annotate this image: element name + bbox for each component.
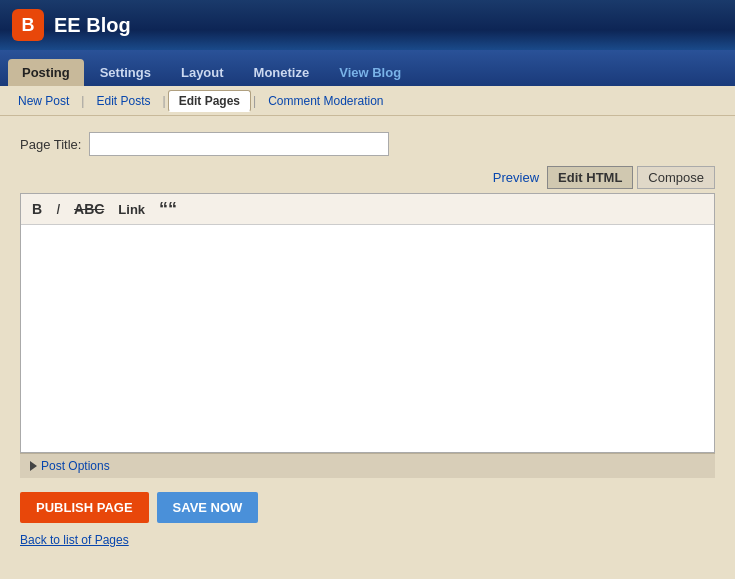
post-options-icon <box>30 461 37 471</box>
post-options-bar: Post Options <box>20 453 715 478</box>
tab-monetize[interactable]: Monetize <box>240 59 324 86</box>
link-button[interactable]: Link <box>115 201 148 218</box>
editor-body[interactable] <box>21 225 714 445</box>
compose-button[interactable]: Compose <box>637 166 715 189</box>
editor-container: B I ABC Link ““ <box>20 193 715 453</box>
bold-button[interactable]: B <box>29 200 45 218</box>
save-button[interactable]: SAVE NOW <box>157 492 259 523</box>
sub-nav-edit-pages[interactable]: Edit Pages <box>168 90 251 112</box>
sub-nav-sep-3: | <box>253 94 256 108</box>
header: B EE Blog <box>0 0 735 50</box>
sub-nav-edit-posts[interactable]: Edit Posts <box>86 91 160 111</box>
tab-layout[interactable]: Layout <box>167 59 238 86</box>
sub-nav-sep-1: | <box>81 94 84 108</box>
sub-nav: New Post | Edit Posts | Edit Pages | Com… <box>0 86 735 116</box>
main-content: Page Title: Preview Edit HTML Compose B … <box>0 116 735 579</box>
quote-button[interactable]: ““ <box>156 199 180 219</box>
post-options-toggle[interactable]: Post Options <box>30 459 110 473</box>
preview-link[interactable]: Preview <box>493 170 539 185</box>
logo-icon: B <box>12 9 44 41</box>
sub-nav-comment-moderation[interactable]: Comment Moderation <box>258 91 393 111</box>
editor-toolbar: B I ABC Link ““ <box>21 194 714 225</box>
sub-nav-sep-2: | <box>163 94 166 108</box>
back-link[interactable]: Back to list of Pages <box>20 533 715 547</box>
sub-nav-new-post[interactable]: New Post <box>8 91 79 111</box>
tab-settings[interactable]: Settings <box>86 59 165 86</box>
page-title-label: Page Title: <box>20 137 81 152</box>
header-title: EE Blog <box>54 14 131 37</box>
logo-letter: B <box>22 15 35 36</box>
action-row: PUBLISH PAGE SAVE NOW <box>20 492 715 523</box>
post-options-label: Post Options <box>41 459 110 473</box>
edit-html-button[interactable]: Edit HTML <box>547 166 633 189</box>
tab-posting[interactable]: Posting <box>8 59 84 86</box>
edit-mode-row: Preview Edit HTML Compose <box>20 166 715 189</box>
strikethrough-button[interactable]: ABC <box>71 200 107 218</box>
italic-button[interactable]: I <box>53 200 63 218</box>
nav-tabs: Posting Settings Layout Monetize View Bl… <box>0 50 735 86</box>
page-title-row: Page Title: <box>20 132 715 156</box>
view-blog-link[interactable]: View Blog <box>325 59 415 86</box>
page-title-input[interactable] <box>89 132 389 156</box>
publish-button[interactable]: PUBLISH PAGE <box>20 492 149 523</box>
